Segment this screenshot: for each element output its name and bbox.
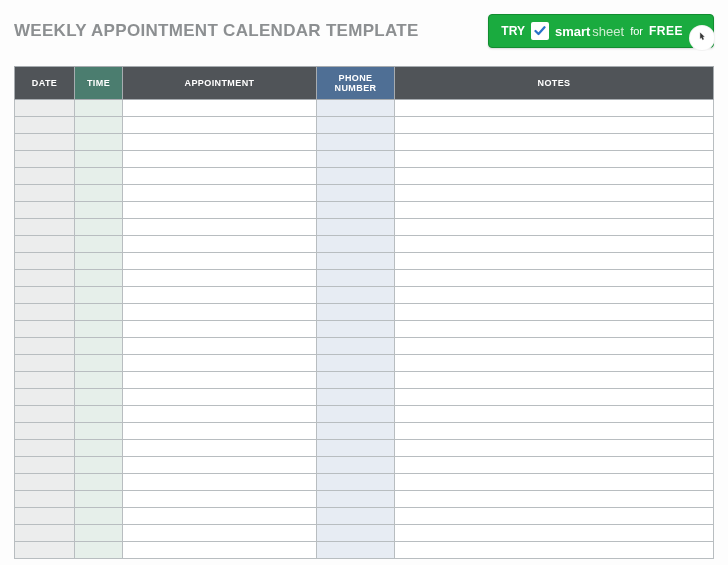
cell-date[interactable] bbox=[15, 389, 75, 406]
cell-notes[interactable] bbox=[395, 508, 714, 525]
cell-time[interactable] bbox=[75, 253, 123, 270]
cell-date[interactable] bbox=[15, 321, 75, 338]
cell-date[interactable] bbox=[15, 474, 75, 491]
cell-appt[interactable] bbox=[123, 253, 317, 270]
cell-notes[interactable] bbox=[395, 185, 714, 202]
cell-appt[interactable] bbox=[123, 338, 317, 355]
cell-appt[interactable] bbox=[123, 185, 317, 202]
cell-notes[interactable] bbox=[395, 389, 714, 406]
cell-appt[interactable] bbox=[123, 117, 317, 134]
cell-phone[interactable] bbox=[317, 253, 395, 270]
cell-phone[interactable] bbox=[317, 134, 395, 151]
cell-date[interactable] bbox=[15, 542, 75, 559]
cell-phone[interactable] bbox=[317, 508, 395, 525]
cell-phone[interactable] bbox=[317, 202, 395, 219]
cell-notes[interactable] bbox=[395, 151, 714, 168]
cell-time[interactable] bbox=[75, 236, 123, 253]
cell-time[interactable] bbox=[75, 508, 123, 525]
cell-phone[interactable] bbox=[317, 389, 395, 406]
cell-appt[interactable] bbox=[123, 236, 317, 253]
cell-date[interactable] bbox=[15, 525, 75, 542]
cell-time[interactable] bbox=[75, 321, 123, 338]
cell-date[interactable] bbox=[15, 491, 75, 508]
cell-notes[interactable] bbox=[395, 338, 714, 355]
cell-notes[interactable] bbox=[395, 253, 714, 270]
cell-notes[interactable] bbox=[395, 168, 714, 185]
cell-time[interactable] bbox=[75, 440, 123, 457]
cell-phone[interactable] bbox=[317, 542, 395, 559]
cell-appt[interactable] bbox=[123, 287, 317, 304]
cell-time[interactable] bbox=[75, 355, 123, 372]
cell-notes[interactable] bbox=[395, 236, 714, 253]
cell-appt[interactable] bbox=[123, 423, 317, 440]
cell-date[interactable] bbox=[15, 100, 75, 117]
cell-date[interactable] bbox=[15, 423, 75, 440]
cell-phone[interactable] bbox=[317, 338, 395, 355]
cell-appt[interactable] bbox=[123, 389, 317, 406]
cell-notes[interactable] bbox=[395, 474, 714, 491]
cell-time[interactable] bbox=[75, 372, 123, 389]
cell-notes[interactable] bbox=[395, 423, 714, 440]
cell-time[interactable] bbox=[75, 219, 123, 236]
cell-date[interactable] bbox=[15, 151, 75, 168]
cell-appt[interactable] bbox=[123, 491, 317, 508]
cell-appt[interactable] bbox=[123, 168, 317, 185]
cell-appt[interactable] bbox=[123, 406, 317, 423]
cell-time[interactable] bbox=[75, 406, 123, 423]
cell-appt[interactable] bbox=[123, 151, 317, 168]
cell-phone[interactable] bbox=[317, 151, 395, 168]
cell-time[interactable] bbox=[75, 457, 123, 474]
try-smartsheet-button[interactable]: TRY smart sheet for FREE bbox=[488, 14, 714, 48]
cell-notes[interactable] bbox=[395, 491, 714, 508]
cell-date[interactable] bbox=[15, 338, 75, 355]
cell-appt[interactable] bbox=[123, 457, 317, 474]
cell-time[interactable] bbox=[75, 134, 123, 151]
cell-notes[interactable] bbox=[395, 219, 714, 236]
cell-date[interactable] bbox=[15, 219, 75, 236]
cell-phone[interactable] bbox=[317, 406, 395, 423]
cell-date[interactable] bbox=[15, 287, 75, 304]
cell-time[interactable] bbox=[75, 185, 123, 202]
cell-phone[interactable] bbox=[317, 525, 395, 542]
cell-date[interactable] bbox=[15, 202, 75, 219]
cell-time[interactable] bbox=[75, 287, 123, 304]
cell-notes[interactable] bbox=[395, 457, 714, 474]
cell-appt[interactable] bbox=[123, 355, 317, 372]
cell-phone[interactable] bbox=[317, 372, 395, 389]
cell-notes[interactable] bbox=[395, 372, 714, 389]
cell-time[interactable] bbox=[75, 474, 123, 491]
cell-phone[interactable] bbox=[317, 168, 395, 185]
cell-date[interactable] bbox=[15, 304, 75, 321]
cell-appt[interactable] bbox=[123, 202, 317, 219]
cell-date[interactable] bbox=[15, 372, 75, 389]
cell-appt[interactable] bbox=[123, 304, 317, 321]
cell-date[interactable] bbox=[15, 134, 75, 151]
cell-date[interactable] bbox=[15, 185, 75, 202]
cell-time[interactable] bbox=[75, 525, 123, 542]
cell-appt[interactable] bbox=[123, 134, 317, 151]
cell-appt[interactable] bbox=[123, 219, 317, 236]
cell-appt[interactable] bbox=[123, 321, 317, 338]
cell-phone[interactable] bbox=[317, 287, 395, 304]
cell-appt[interactable] bbox=[123, 542, 317, 559]
cell-notes[interactable] bbox=[395, 542, 714, 559]
cell-phone[interactable] bbox=[317, 304, 395, 321]
cell-phone[interactable] bbox=[317, 185, 395, 202]
cell-date[interactable] bbox=[15, 440, 75, 457]
cell-date[interactable] bbox=[15, 508, 75, 525]
cell-phone[interactable] bbox=[317, 423, 395, 440]
cell-notes[interactable] bbox=[395, 304, 714, 321]
cell-time[interactable] bbox=[75, 117, 123, 134]
cell-date[interactable] bbox=[15, 457, 75, 474]
cell-time[interactable] bbox=[75, 202, 123, 219]
cell-time[interactable] bbox=[75, 338, 123, 355]
cell-date[interactable] bbox=[15, 168, 75, 185]
cell-appt[interactable] bbox=[123, 508, 317, 525]
cell-date[interactable] bbox=[15, 355, 75, 372]
cell-time[interactable] bbox=[75, 389, 123, 406]
cell-appt[interactable] bbox=[123, 440, 317, 457]
cell-notes[interactable] bbox=[395, 406, 714, 423]
cell-appt[interactable] bbox=[123, 100, 317, 117]
cell-appt[interactable] bbox=[123, 474, 317, 491]
cell-time[interactable] bbox=[75, 542, 123, 559]
